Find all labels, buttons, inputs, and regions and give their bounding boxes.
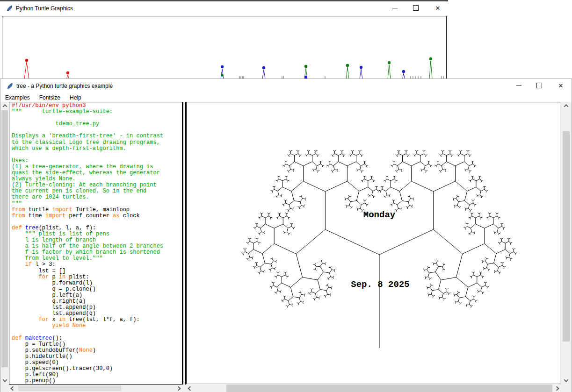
chevron-up-icon xyxy=(2,104,7,109)
pane-separator xyxy=(182,102,186,385)
turtle-sprouts xyxy=(2,16,445,79)
code-viewer[interactable]: #!/usr/bin/env python3""" turtle-example… xyxy=(9,102,182,385)
chevron-up-icon xyxy=(564,104,569,109)
scroll-down-button[interactable] xyxy=(0,377,9,385)
code-line: which use a depth-first-algorithm. xyxy=(12,146,182,152)
menu-help[interactable]: Help xyxy=(65,93,86,103)
code-line: """ turtle-example-suite: xyxy=(12,109,182,115)
fractal-tree: MondaySep. 8 2025 xyxy=(187,102,560,384)
back-window-title: Python Turtle Graphics xyxy=(16,1,73,15)
back-titlebar[interactable]: Python Turtle Graphics ✕ xyxy=(0,1,448,15)
desktop: { "colors": { "syntax": {"comment": "#dd… xyxy=(0,0,572,392)
scroll-up-button[interactable] xyxy=(0,102,9,110)
canvas-text-label: Sep. 8 2025 xyxy=(351,279,409,290)
scrollbar-corner xyxy=(561,385,572,392)
code-line: yield None xyxy=(12,323,182,329)
scroll-right-button[interactable] xyxy=(174,385,182,392)
code-vscroll-thumb[interactable] xyxy=(1,110,8,367)
close-icon: ✕ xyxy=(435,5,441,12)
python-feather-icon xyxy=(6,82,14,90)
canvas-vscroll-thumb[interactable] xyxy=(563,131,570,342)
python-feather-icon xyxy=(6,5,13,12)
code-line: there are 1024 turtles. xyxy=(12,194,182,200)
close-button[interactable]: ✕ xyxy=(551,79,570,92)
code-vertical-scrollbar[interactable] xyxy=(0,102,9,385)
chevron-right-icon xyxy=(176,386,181,391)
code-line xyxy=(12,152,182,158)
scroll-up-button[interactable] xyxy=(562,102,571,110)
chevron-down-icon xyxy=(2,378,7,382)
minimize-button[interactable] xyxy=(385,1,404,14)
front-window: tree - a Python turtle graphics example … xyxy=(0,78,572,392)
minimize-button[interactable] xyxy=(509,79,528,92)
minimize-icon xyxy=(392,8,398,8)
scrollbar-corner xyxy=(0,385,9,392)
front-titlebar[interactable]: tree - a Python turtle graphics example … xyxy=(0,79,572,93)
code-horizontal-scrollbar[interactable] xyxy=(9,385,182,392)
front-window-title: tree - a Python turtle graphics example xyxy=(16,79,113,93)
scroll-left-button[interactable] xyxy=(186,385,194,392)
code-hscroll-thumb[interactable] xyxy=(18,385,121,391)
scroll-left-button[interactable] xyxy=(9,385,17,392)
menu-fontsize[interactable]: Fontsize xyxy=(35,93,65,103)
canvas-hscroll-thumb[interactable] xyxy=(226,385,552,392)
chevron-right-icon xyxy=(555,386,559,391)
canvas-horizontal-scrollbar[interactable] xyxy=(186,385,561,392)
close-icon: ✕ xyxy=(558,82,564,89)
source-code: #!/usr/bin/env python3""" turtle-example… xyxy=(9,102,182,385)
canvas-text-label: Monday xyxy=(363,210,396,220)
minimize-icon xyxy=(516,86,521,86)
maximize-icon xyxy=(413,5,419,11)
turtle-drawing-canvas: MondaySep. 8 2025 xyxy=(186,102,560,384)
close-button[interactable]: ✕ xyxy=(428,1,447,14)
back-turtle-canvas xyxy=(2,16,447,80)
chevron-down-icon xyxy=(564,378,569,382)
scrollbar-corner xyxy=(182,385,186,392)
menu-examples[interactable]: Examples xyxy=(0,93,35,103)
back-window: Python Turtle Graphics ✕ xyxy=(0,0,448,79)
code-line: tdemo_tree.py xyxy=(12,121,182,127)
maximize-button[interactable] xyxy=(406,1,425,14)
chevron-left-icon xyxy=(11,386,15,391)
maximize-button[interactable] xyxy=(530,79,549,92)
maximize-icon xyxy=(536,83,542,88)
canvas-vertical-scrollbar[interactable] xyxy=(562,102,571,385)
code-line: from time import perf_counter as clock xyxy=(12,213,182,219)
scroll-down-button[interactable] xyxy=(562,377,571,385)
chevron-left-icon xyxy=(188,386,193,391)
scroll-right-button[interactable] xyxy=(553,385,561,392)
menu-bar: ExamplesFontsizeHelp xyxy=(0,93,572,102)
